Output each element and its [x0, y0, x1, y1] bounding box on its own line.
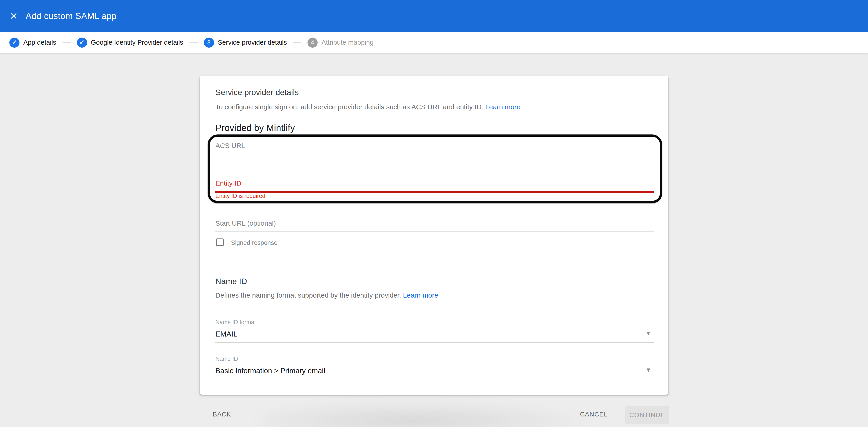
- step-1-label: App details: [23, 39, 56, 46]
- name-id-value: Basic Information > Primary email: [215, 366, 325, 375]
- learn-more-link[interactable]: Learn more: [485, 103, 520, 111]
- step-4-label: Attribute mapping: [321, 39, 373, 46]
- step-1-check-icon: ✓: [9, 38, 20, 47]
- continue-button[interactable]: CONTINUE: [625, 406, 669, 424]
- step-2-check-icon: ✓: [77, 38, 87, 47]
- step-2-label: Google Identity Provider details: [91, 39, 183, 46]
- step-app-details[interactable]: ✓ App details: [9, 38, 56, 47]
- name-id-heading: Name ID: [215, 277, 247, 286]
- section-heading: Service provider details: [215, 88, 299, 97]
- dialog-footer: BACK CANCEL CONTINUE: [0, 406, 868, 424]
- signed-response-label: Signed response: [231, 239, 278, 247]
- signed-response-checkbox[interactable]: [216, 238, 224, 246]
- cancel-button[interactable]: CANCEL: [578, 406, 610, 423]
- step-connector: [189, 42, 198, 43]
- back-button[interactable]: BACK: [210, 406, 234, 423]
- close-icon[interactable]: ✕: [7, 9, 21, 23]
- step-3-number-badge: 3: [204, 38, 214, 47]
- name-id-select[interactable]: Basic Information > Primary email ▼: [215, 366, 654, 380]
- name-id-format-label: Name ID format: [215, 319, 256, 326]
- step-3-label: Service provider details: [218, 39, 287, 46]
- entity-id-input[interactable]: [215, 179, 654, 193]
- name-id-description: Defines the naming format supported by t…: [215, 291, 438, 299]
- section-description: To configure single sign on, add service…: [215, 103, 520, 111]
- step-service-provider-details[interactable]: 3 Service provider details: [204, 38, 287, 47]
- start-url-input[interactable]: [215, 220, 654, 232]
- step-attribute-mapping: 4 Attribute mapping: [308, 38, 373, 47]
- service-provider-details-card: Service provider details To configure si…: [199, 76, 669, 395]
- acs-url-input[interactable]: [215, 142, 654, 154]
- step-google-idp-details[interactable]: ✓ Google Identity Provider details: [77, 38, 183, 47]
- name-id-label: Name ID: [215, 356, 238, 362]
- dialog-header: ✕ Add custom SAML app: [0, 0, 868, 32]
- step-connector: [63, 42, 71, 43]
- name-id-format-select[interactable]: EMAIL ▼: [215, 330, 654, 343]
- step-4-number-badge: 4: [308, 38, 318, 47]
- step-connector: [293, 42, 301, 43]
- dialog-title: Add custom SAML app: [26, 11, 117, 21]
- add-custom-saml-app-dialog: ✕ Add custom SAML app ✓ App details ✓ Go…: [0, 0, 868, 427]
- chevron-down-icon: ▼: [645, 330, 651, 336]
- learn-more-link[interactable]: Learn more: [403, 291, 438, 299]
- entity-id-error-text: Entity ID is required: [215, 193, 265, 199]
- chevron-down-icon: ▼: [645, 367, 651, 373]
- provided-by-heading: Provided by Mintlify: [215, 123, 295, 133]
- name-id-format-value: EMAIL: [215, 330, 238, 338]
- wizard-stepper: ✓ App details ✓ Google Identity Provider…: [0, 32, 868, 53]
